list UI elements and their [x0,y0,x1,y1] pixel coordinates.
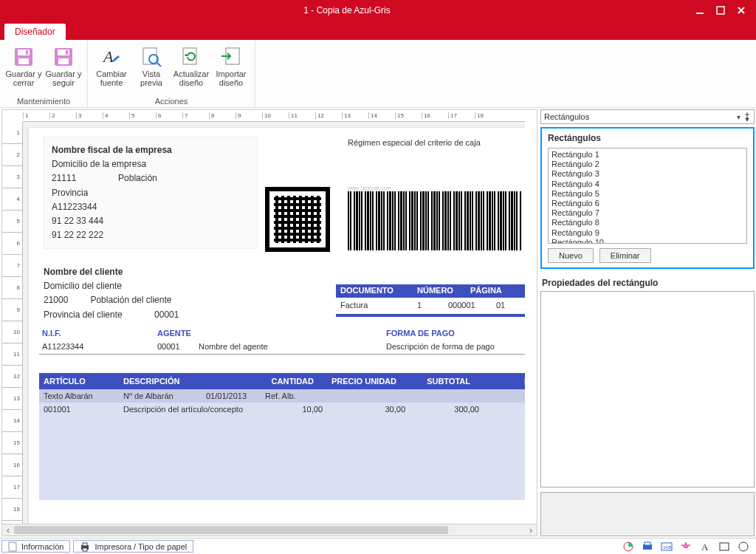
list-item[interactable]: Rectángulo 10 [551,238,743,244]
doc-header: DOCUMENTONÚMEROPÁGINA [336,286,525,295]
doc-underline [336,314,525,317]
table-row: Texto AlbaránNº de Albarán01/01/2013Ref.… [39,389,525,403]
company-province: Provincia [52,186,250,200]
save-continue-button[interactable]: Guardar y seguir [44,43,83,95]
items-header: ARTÍCULODESCRIPCIÓNCANTIDADPRECIO UNIDAD… [39,373,525,389]
svg-rect-25 [720,543,729,550]
window-title: 1 - Copia de Azul-Gris [0,5,694,16]
maximize-button[interactable] [715,4,726,16]
new-button[interactable]: Nuevo [548,248,594,263]
list-item[interactable]: Rectángulo 2 [551,160,743,169]
window-controls [694,4,756,16]
svg-point-26 [739,542,748,551]
combo-value: Rectángulos [544,112,737,121]
table-row: 001001Descripción del artículo/concepto1… [39,403,525,416]
horizontal-ruler: 123456789101112131415161718 [23,110,525,122]
magnifier-icon [140,45,163,69]
svg-rect-1 [717,7,724,14]
svg-rect-18 [83,548,87,551]
list-item[interactable]: Rectángulo 1 [551,150,743,160]
minimize-button[interactable] [694,4,706,16]
svg-text:1KB: 1KB [663,545,671,550]
import-design-button[interactable]: Importar diseño [212,43,250,95]
preview-button[interactable]: Vista previa [132,43,171,95]
horizontal-scrollbar[interactable]: ‹ › [2,524,537,536]
tool-text-icon[interactable]: A [698,540,712,553]
invoice-page[interactable]: Régimen especial del criterio de caja No… [29,128,525,536]
change-font-button[interactable]: A Cambiar fuente [92,43,131,95]
status-info-label: Información [21,542,63,551]
tab-strip: Diseñador [0,21,756,40]
pdf417-barcode-icon [348,191,522,250]
ribbon-group-title: Mantenimiento [4,97,83,106]
printer-icon [80,541,90,552]
floppy-icon [52,45,75,69]
scroll-left-icon[interactable]: ‹ [2,524,14,536]
nif-header: N.I.F.AGENTEFORMA DE PAGO [39,329,525,338]
regimen-label: Régimen especial del criterio de caja [348,138,481,147]
tool-pkb-icon[interactable]: 1KB [660,540,673,553]
svg-rect-4 [18,58,29,64]
ribbon-group-actions: A Cambiar fuente Vista previa Actualizar… [88,40,255,107]
tool-printer-icon[interactable] [641,540,654,553]
company-name: Nombre fiscal de la empresa [52,143,250,157]
scroll-thumb[interactable] [14,526,448,534]
list-item[interactable]: Rectángulo 9 [551,228,743,238]
refresh-design-button[interactable]: Actualizar diseño [172,43,210,95]
delete-button[interactable]: Eliminar [599,248,651,263]
design-canvas-area: 123456789101112131415161718 123456789101… [1,109,537,536]
company-phone2: 91 22 22 222 [52,228,250,242]
list-item[interactable]: Rectángulo 4 [551,179,743,189]
company-phone1: 91 22 33 444 [52,214,250,228]
statusbar-tools: 1KB A [622,540,756,553]
company-block: Nombre fiscal de la empresa Domicilio de… [44,137,258,249]
canvas-viewport[interactable]: Régimen especial del criterio de caja No… [23,122,525,536]
tool-star-icon[interactable] [679,540,693,553]
ribbon: Guardar y cerrar Guardar y seguir Manten… [0,40,756,108]
font-icon: A [100,45,123,69]
svg-rect-9 [66,50,68,55]
list-item[interactable]: Rectángulo 8 [551,218,743,228]
list-item[interactable]: Rectángulo 3 [551,169,743,179]
rectangle-list[interactable]: Rectángulo 1 Rectángulo 2 Rectángulo 3 R… [548,148,747,244]
chevron-down-icon[interactable]: ▾ [737,113,740,121]
tool-pie-icon[interactable] [622,540,635,553]
barcode-watermark: www.1kbcode.com [348,185,391,191]
company-cp-town: 21111 Población [52,171,250,185]
client-cp-town: 21000 Población del cliente [44,293,179,307]
refresh-icon [179,45,203,69]
client-block: Nombre del cliente Domicilio del cliente… [44,265,179,322]
vertical-ruler: 123456789101112131415161718 [2,122,23,524]
panel-combo[interactable]: Rectángulos ▾ [540,109,755,124]
client-province: Provincia del cliente 00001 [44,308,179,322]
tool-circle-icon[interactable] [737,540,750,553]
box-title: Rectángulos [548,133,747,143]
status-printer-label: Impresora / Tipo de papel [94,542,187,551]
nif-row: A1122334400001Nombre del agenteDescripci… [39,342,525,355]
svg-rect-17 [83,543,87,546]
list-item[interactable]: Rectángulo 7 [551,208,743,218]
ribbon-group-maintenance: Guardar y cerrar Guardar y seguir Manten… [0,40,88,107]
client-address: Domicilio del cliente [44,279,179,293]
list-item[interactable]: Rectángulo 6 [551,199,743,208]
company-nif: A11223344 [52,200,250,214]
close-button[interactable] [735,4,747,16]
side-panel: Rectángulos ▾ Rectángulos Rectángulo 1 R… [540,109,755,536]
scroll-right-icon[interactable]: › [525,524,537,536]
main-area: 123456789101112131415161718 123456789101… [0,108,756,538]
status-printer-button[interactable]: Impresora / Tipo de papel [73,540,193,553]
floppy-green-icon [12,45,35,69]
items-body: Texto AlbaránNº de Albarán01/01/2013Ref.… [39,389,525,500]
list-item[interactable]: Rectángulo 5 [551,189,743,199]
tool-rect-icon[interactable] [718,540,731,553]
tab-designer[interactable]: Diseñador [4,24,66,40]
save-close-button[interactable]: Guardar y cerrar [4,43,43,95]
properties-sub-box [540,492,755,536]
doc-row: Factura100000101 [337,301,525,310]
button-row: Nuevo Eliminar [548,248,747,263]
pin-icon[interactable] [743,112,751,121]
svg-rect-5 [26,50,28,55]
page-icon [8,541,17,552]
client-name: Nombre del cliente [44,265,179,279]
status-info-button[interactable]: Información [1,540,70,553]
